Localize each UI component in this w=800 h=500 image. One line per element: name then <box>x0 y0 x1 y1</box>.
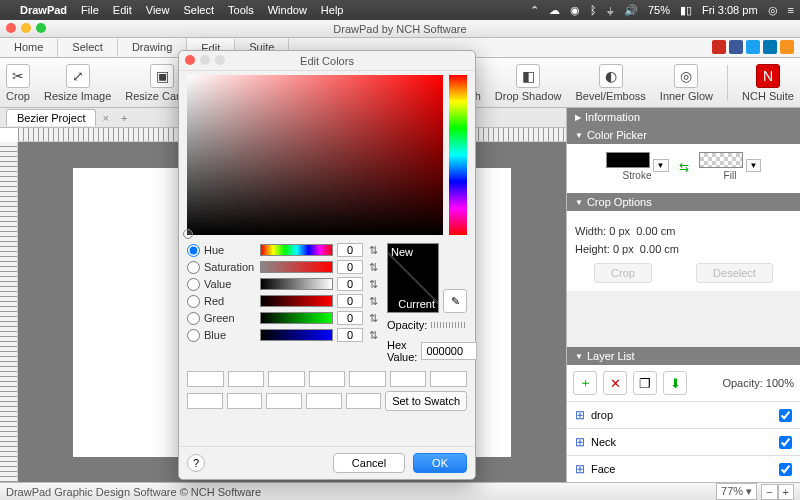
layer-visibility-checkbox[interactable] <box>779 409 792 422</box>
app-menu[interactable]: DrawPad <box>20 4 67 16</box>
drop-shadow-tool[interactable]: ◧Drop Shadow <box>495 64 562 102</box>
zoom-window-icon[interactable] <box>36 23 46 33</box>
hue-value[interactable]: 0 <box>337 243 363 257</box>
menu-view[interactable]: View <box>146 4 170 16</box>
hue-radio[interactable] <box>187 244 200 257</box>
expand-layer-icon[interactable]: ⊞ <box>575 408 585 422</box>
red-slider[interactable] <box>260 295 333 307</box>
opacity-slider[interactable] <box>431 322 467 328</box>
add-layer-button[interactable]: ＋ <box>573 371 597 395</box>
red-value[interactable]: 0 <box>337 294 363 308</box>
close-window-icon[interactable] <box>6 23 16 33</box>
fill-swatch-group[interactable]: ▼ Fill <box>699 152 762 181</box>
value-slider[interactable] <box>260 278 333 290</box>
bluetooth-icon[interactable]: ᛒ <box>590 4 597 16</box>
stroke-swatch[interactable] <box>606 152 650 168</box>
rss-icon[interactable] <box>780 40 794 54</box>
eyedropper-button[interactable]: ✎ <box>443 289 467 313</box>
notifications-icon[interactable]: ≡ <box>788 4 794 16</box>
crop-tool[interactable]: ✂Crop <box>6 64 30 102</box>
inner-glow-tool[interactable]: ◎Inner Glow <box>660 64 713 102</box>
stepper-icon[interactable]: ⇅ <box>367 261 379 274</box>
doc-tab-bezier[interactable]: Bezier Project <box>6 109 96 126</box>
cancel-button[interactable]: Cancel <box>333 453 405 473</box>
color-field[interactable] <box>187 75 443 235</box>
swatch-slot[interactable] <box>228 371 265 387</box>
set-to-swatch-button[interactable]: Set to Swatch <box>385 391 467 411</box>
swatch-slot[interactable] <box>306 393 342 409</box>
delete-layer-button[interactable]: ✕ <box>603 371 627 395</box>
saturation-radio[interactable] <box>187 261 200 274</box>
swatch-slot[interactable] <box>268 371 305 387</box>
menu-edit[interactable]: Edit <box>113 4 132 16</box>
color-field-cursor[interactable] <box>183 229 193 239</box>
dialog-close-icon[interactable] <box>185 55 195 65</box>
clock[interactable]: Fri 3:08 pm <box>702 4 758 16</box>
blue-value[interactable]: 0 <box>337 328 363 342</box>
stroke-dropdown-icon[interactable]: ▼ <box>653 159 669 172</box>
close-tab-icon[interactable]: × <box>96 112 114 124</box>
zoom-in-button[interactable]: + <box>778 484 794 500</box>
menu-window[interactable]: Window <box>268 4 307 16</box>
stepper-icon[interactable]: ⇅ <box>367 312 379 325</box>
twitter-icon[interactable] <box>746 40 760 54</box>
information-panel-header[interactable]: ▶Information <box>567 108 800 126</box>
swatch-slot[interactable] <box>309 371 346 387</box>
swap-colors-icon[interactable]: ⇆ <box>679 152 689 181</box>
zoom-out-button[interactable]: − <box>761 484 777 500</box>
minimize-window-icon[interactable] <box>21 23 31 33</box>
layer-row[interactable]: ⊞Face <box>567 455 800 482</box>
bevel-tool[interactable]: ◐Bevel/Emboss <box>576 64 646 102</box>
duplicate-layer-button[interactable]: ❐ <box>633 371 657 395</box>
facebook-icon[interactable] <box>729 40 743 54</box>
stroke-swatch-group[interactable]: ▼ Stroke <box>606 152 669 181</box>
menu-select[interactable]: Select <box>183 4 214 16</box>
ok-button[interactable]: OK <box>413 453 467 473</box>
green-radio[interactable] <box>187 312 200 325</box>
tab-home[interactable]: Home <box>0 38 58 57</box>
swatch-slot[interactable] <box>266 393 302 409</box>
help-button[interactable]: ? <box>187 454 205 472</box>
volume-icon[interactable]: 🔊 <box>624 4 638 17</box>
layer-row[interactable]: ⊞drop <box>567 401 800 428</box>
spotlight-icon[interactable]: ◎ <box>768 4 778 17</box>
merge-layer-button[interactable]: ⬇ <box>663 371 687 395</box>
battery-icon[interactable]: ▮▯ <box>680 4 692 17</box>
blue-radio[interactable] <box>187 329 200 342</box>
nch-suite-tool[interactable]: NNCH Suite <box>742 64 794 102</box>
stepper-icon[interactable]: ⇅ <box>367 244 379 257</box>
red-radio[interactable] <box>187 295 200 308</box>
zoom-select[interactable]: 77% ▾ <box>716 483 757 500</box>
swatch-slot[interactable] <box>390 371 427 387</box>
green-value[interactable]: 0 <box>337 311 363 325</box>
menu-tools[interactable]: Tools <box>228 4 254 16</box>
stepper-icon[interactable]: ⇅ <box>367 295 379 308</box>
resize-image-tool[interactable]: ⤢Resize Image <box>44 64 111 102</box>
layer-list-panel-header[interactable]: ▼Layer List <box>567 347 800 365</box>
stepper-icon[interactable]: ⇅ <box>367 278 379 291</box>
layer-visibility-checkbox[interactable] <box>779 463 792 476</box>
tab-select[interactable]: Select <box>58 38 118 57</box>
swatch-slot[interactable] <box>187 371 224 387</box>
cloud-icon[interactable]: ⌃ <box>530 4 539 17</box>
deselect-button[interactable]: Deselect <box>696 263 773 283</box>
expand-layer-icon[interactable]: ⊞ <box>575 462 585 476</box>
swatch-slot[interactable] <box>187 393 223 409</box>
blue-slider[interactable] <box>260 329 333 341</box>
hex-input[interactable] <box>421 342 477 360</box>
add-tab-icon[interactable]: + <box>115 112 133 124</box>
wifi-icon[interactable]: ⏚ <box>607 4 614 16</box>
hue-slider[interactable] <box>260 244 333 256</box>
crop-options-panel-header[interactable]: ▼Crop Options <box>567 193 800 211</box>
swatch-slot[interactable] <box>346 393 382 409</box>
stepper-icon[interactable]: ⇅ <box>367 329 379 342</box>
green-slider[interactable] <box>260 312 333 324</box>
layer-row[interactable]: ⊞Neck <box>567 428 800 455</box>
swatch-slot[interactable] <box>227 393 263 409</box>
saturation-value[interactable]: 0 <box>337 260 363 274</box>
crop-button[interactable]: Crop <box>594 263 652 283</box>
swatch-slot[interactable] <box>430 371 467 387</box>
color-picker-panel-header[interactable]: ▼Color Picker <box>567 126 800 144</box>
linkedin-icon[interactable] <box>763 40 777 54</box>
fill-dropdown-icon[interactable]: ▼ <box>746 159 762 172</box>
